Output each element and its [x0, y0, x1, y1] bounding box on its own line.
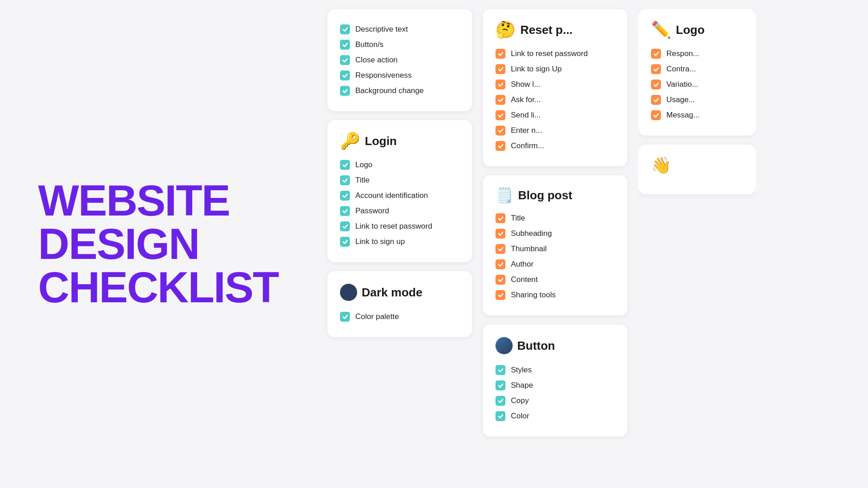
list-item: Messag...	[651, 108, 743, 123]
checkbox-orange	[495, 126, 505, 136]
checkbox-teal	[495, 411, 505, 421]
list-item: Logo	[340, 157, 459, 173]
card-dark-mode: Dark mode Color palette	[327, 271, 472, 337]
cards-area: Descriptive text Button/s Close action R…	[316, 0, 868, 488]
checkbox-orange	[651, 49, 661, 59]
card-header-login: 🔑 Login	[340, 133, 459, 149]
item-label: Button/s	[355, 40, 383, 49]
item-label: Show l...	[511, 80, 540, 89]
list-item: Color	[495, 408, 615, 424]
card-title-reset: Reset p...	[520, 23, 573, 37]
column-1: Descriptive text Button/s Close action R…	[327, 9, 472, 479]
list-item: Respon...	[651, 46, 743, 61]
card-title-logo: Logo	[676, 23, 705, 37]
list-item: Title	[340, 173, 459, 188]
list-item: Responsiveness	[340, 68, 459, 83]
checkbox-orange	[495, 110, 505, 120]
card-title-dark-mode: Dark mode	[362, 286, 422, 300]
checkbox-teal	[495, 396, 505, 406]
list-item: Account identification	[340, 188, 459, 203]
item-label: Styles	[511, 366, 532, 375]
card-header-far-right-bottom: 👋	[651, 157, 743, 174]
item-label: Responsiveness	[355, 71, 412, 80]
checkbox-teal	[340, 86, 350, 96]
checkbox-teal	[340, 55, 350, 65]
card-header-button: Button	[495, 337, 615, 354]
item-label: Link to sign Up	[511, 65, 561, 74]
checkbox-teal	[340, 70, 350, 80]
left-panel: WEBSITEDESIGNCHECKLIST	[0, 0, 316, 488]
item-label: Link to reset password	[511, 49, 588, 58]
list-item: Usage...	[651, 92, 743, 108]
list-item: Ask for...	[495, 92, 615, 108]
item-label: Shape	[511, 381, 533, 390]
card-title-login: Login	[365, 134, 397, 148]
checkbox-teal	[340, 24, 350, 34]
item-label: Sharing tools	[511, 291, 556, 300]
list-item: Descriptive text	[340, 22, 459, 37]
thinking-emoji: 🤔	[495, 22, 516, 38]
item-label: Color palette	[355, 312, 399, 321]
item-label: Subheading	[511, 229, 552, 238]
card-blog-post: 🗒️ Blog post Title Subheading Thumbnail	[483, 175, 627, 315]
item-label: Confirm...	[511, 141, 544, 150]
item-label: Account identification	[355, 191, 428, 200]
list-item: Link to sign up	[340, 234, 459, 249]
card-header-dark-mode: Dark mode	[340, 284, 459, 301]
item-label: Title	[511, 214, 525, 223]
list-item: Styles	[495, 362, 615, 378]
checkbox-orange	[651, 80, 661, 89]
item-label: Respon...	[666, 49, 699, 58]
list-item: Enter n...	[495, 123, 615, 138]
card-partial-top: Descriptive text Button/s Close action R…	[327, 9, 472, 111]
item-label: Author	[511, 260, 533, 269]
item-label: Title	[355, 176, 370, 185]
checkbox-teal	[340, 191, 350, 201]
item-label: Descriptive text	[355, 25, 408, 34]
checkbox-orange	[495, 95, 505, 105]
checkbox-orange	[495, 244, 505, 254]
checkbox-orange	[495, 275, 505, 285]
checkbox-teal	[340, 40, 350, 50]
card-login: 🔑 Login Logo Title Account identificatio…	[327, 120, 472, 262]
list-item: Confirm...	[495, 138, 615, 154]
checkbox-teal	[340, 221, 350, 231]
main-title-block: WEBSITEDESIGNCHECKLIST	[38, 179, 278, 309]
card-header-reset: 🤔 Reset p...	[495, 22, 615, 38]
column-2: 🤔 Reset p... Link to reset password Link…	[483, 9, 627, 479]
main-title: WEBSITEDESIGNCHECKLIST	[38, 179, 278, 309]
checkbox-teal	[495, 365, 505, 375]
checkbox-orange	[495, 64, 505, 74]
checkbox-teal	[340, 206, 350, 216]
item-label: Link to reset password	[355, 222, 432, 231]
card-far-right-top-partial: ✏️ Logo Respon... Contra... Variatio...	[638, 9, 756, 136]
item-label: Content	[511, 275, 538, 284]
list-item: Password	[340, 203, 459, 219]
checkbox-teal	[495, 380, 505, 390]
list-item: Button/s	[340, 37, 459, 52]
item-label: Color	[511, 412, 529, 421]
list-item: Color palette	[340, 309, 459, 324]
page-layout: WEBSITEDESIGNCHECKLIST Descriptive text …	[0, 0, 868, 488]
checkbox-orange	[495, 290, 505, 300]
checkbox-orange	[651, 110, 661, 120]
item-label: Messag...	[666, 111, 700, 120]
checkbox-teal	[340, 175, 350, 185]
list-item: Sharing tools	[495, 287, 615, 303]
column-3: ✏️ Logo Respon... Contra... Variatio...	[638, 9, 756, 479]
checkbox-orange	[495, 229, 505, 239]
list-item: Contra...	[651, 61, 743, 77]
checkbox-orange	[651, 95, 661, 105]
item-label: Contra...	[666, 65, 696, 74]
card-reset-password-partial: 🤔 Reset p... Link to reset password Link…	[483, 9, 627, 166]
list-item: Copy	[495, 393, 615, 408]
item-label: Ask for...	[511, 95, 541, 104]
list-item: Link to reset password	[340, 219, 459, 234]
checkbox-orange	[495, 259, 505, 269]
pencil-notes-emoji: 🗒️	[495, 188, 514, 202]
card-header-blog: 🗒️ Blog post	[495, 188, 615, 202]
item-label: Close action	[355, 56, 398, 65]
list-item: Background change	[340, 83, 459, 99]
list-item: Subheading	[495, 226, 615, 241]
list-item: Link to sign Up	[495, 61, 615, 77]
